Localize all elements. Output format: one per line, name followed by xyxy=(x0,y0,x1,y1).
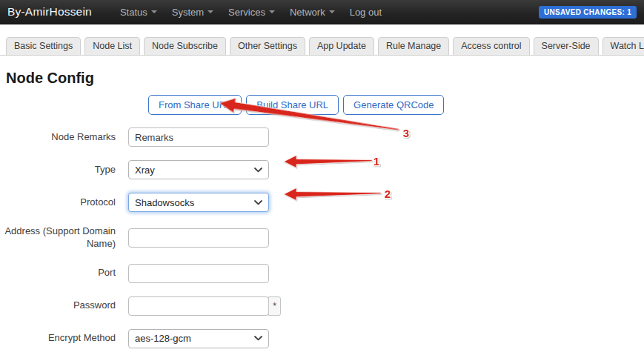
top-navbar: By-AmirHossein Status System Services Ne… xyxy=(0,0,644,24)
tab-app-update[interactable]: App Update xyxy=(309,37,374,56)
encrypt-method-select-value: aes-128-gcm xyxy=(135,333,191,344)
node-remarks-input[interactable] xyxy=(128,127,269,147)
form-row-type: Type Xray xyxy=(0,160,644,179)
tab-node-list[interactable]: Node List xyxy=(84,37,140,56)
share-toolbar: From Share URL Build Share URL Generate … xyxy=(148,95,644,115)
nav-menu-services-label: Services xyxy=(228,7,265,18)
chevron-down-icon xyxy=(254,168,262,173)
form-row-encrypt-method: Encrypt Method aes-128-gcm xyxy=(0,329,644,348)
tab-rule-manage[interactable]: Rule Manage xyxy=(378,37,449,56)
from-share-url-button[interactable]: From Share URL xyxy=(148,95,242,115)
tab-basic-settings[interactable]: Basic Settings xyxy=(6,37,81,56)
caret-down-icon xyxy=(151,10,157,13)
type-label: Type xyxy=(0,164,128,176)
address-label: Address (Support Domain Name) xyxy=(0,225,128,251)
nav-menu-services[interactable]: Services xyxy=(221,0,282,24)
page-title: Node Config xyxy=(6,70,644,87)
password-input[interactable] xyxy=(128,296,269,316)
tab-server-side[interactable]: Server-Side xyxy=(534,37,599,56)
section-tabbar: Basic Settings Node List Node Subscribe … xyxy=(0,37,644,56)
protocol-label: Protocol xyxy=(0,196,128,209)
nav-logout[interactable]: Log out xyxy=(342,0,389,24)
caret-down-icon xyxy=(329,10,335,13)
form-row-password: Password * xyxy=(0,296,644,316)
form-row-node-remarks: Node Remarks xyxy=(0,127,644,147)
port-label: Port xyxy=(0,267,128,279)
type-select[interactable]: Xray xyxy=(128,160,269,179)
tab-watch-logs[interactable]: Watch Logs xyxy=(602,37,644,56)
port-input[interactable] xyxy=(128,264,269,283)
password-reveal-addon[interactable]: * xyxy=(268,296,281,316)
form-row-port: Port xyxy=(0,264,644,283)
nav-menu-system[interactable]: System xyxy=(165,0,221,24)
nav-menu-network[interactable]: Network xyxy=(282,0,342,24)
nav-menu-status-label: Status xyxy=(120,7,147,18)
caret-down-icon xyxy=(208,10,213,13)
password-label: Password xyxy=(0,299,128,312)
unsaved-changes-badge[interactable]: UNSAVED CHANGES: 1 xyxy=(539,6,637,19)
form-row-protocol: Protocol Shadowsocks xyxy=(0,193,644,212)
encrypt-method-label: Encrypt Method xyxy=(0,332,128,345)
tab-node-subscribe[interactable]: Node Subscribe xyxy=(144,37,226,56)
nav-menu-network-label: Network xyxy=(290,7,325,18)
nav-menu-status[interactable]: Status xyxy=(113,0,165,24)
node-config-form: Node Remarks Type Xray Protocol Shadowso… xyxy=(0,127,644,348)
tab-other-settings[interactable]: Other Settings xyxy=(230,37,305,56)
nav-menu-system-label: System xyxy=(172,7,204,18)
type-select-value: Xray xyxy=(135,165,155,176)
encrypt-method-select[interactable]: aes-128-gcm xyxy=(128,329,269,348)
form-row-address: Address (Support Domain Name) xyxy=(0,225,644,251)
generate-qrcode-button[interactable]: Generate QRCode xyxy=(343,95,444,115)
protocol-select[interactable]: Shadowsocks xyxy=(128,193,269,212)
brand-title[interactable]: By-AmirHossein xyxy=(7,5,92,19)
chevron-down-icon xyxy=(254,336,262,341)
build-share-url-button[interactable]: Build Share URL xyxy=(246,95,339,115)
tab-access-control[interactable]: Access control xyxy=(453,37,529,56)
address-input[interactable] xyxy=(128,228,269,248)
chevron-down-icon xyxy=(254,200,262,205)
node-remarks-label: Node Remarks xyxy=(0,131,128,144)
protocol-select-value: Shadowsocks xyxy=(135,197,194,208)
caret-down-icon xyxy=(269,10,275,13)
